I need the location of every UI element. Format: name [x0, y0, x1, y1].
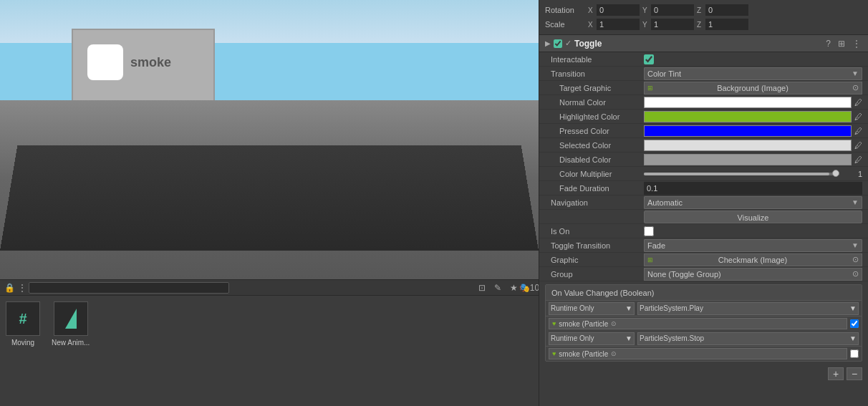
search-input[interactable] — [29, 282, 229, 294]
is-on-label: Is On — [551, 227, 644, 236]
dots-icon: ⋮ — [18, 283, 26, 293]
toggle-transition-dropdown[interactable]: Fade ▼ — [644, 239, 862, 252]
help-icon-button[interactable]: ? — [824, 39, 832, 49]
transition-label: Transition — [551, 69, 644, 78]
smoke-icon-2: ♥ — [552, 350, 556, 357]
pencil-icon: ✎ — [494, 283, 501, 293]
slider-thumb — [832, 170, 839, 177]
rotation-z-axis: Z — [697, 6, 704, 14]
scale-x-axis: X — [588, 21, 595, 29]
asset-item-moving[interactable]: # Moving — [6, 301, 40, 347]
add-event-button[interactable]: + — [828, 367, 844, 380]
scale-x-field: X — [588, 19, 640, 30]
normal-color-label: Normal Color — [551, 98, 644, 107]
graphic-select-icon[interactable]: ⊙ — [852, 255, 859, 264]
navigation-label: Navigation — [551, 198, 644, 207]
func-dropdown-arrow-1: ▼ — [849, 304, 857, 312]
func-dropdown-2[interactable]: ParticleSystem.Stop ▼ — [637, 332, 859, 345]
pencil-icon-button[interactable]: ✎ — [491, 281, 504, 294]
asset-item-new-anim[interactable]: New Anim... — [52, 301, 90, 347]
event-object-row-1: ♥ smoke (Particle ⊙ — [546, 316, 862, 331]
graphic-ref[interactable]: ⊞ Checkmark (Image) ⊙ — [644, 253, 862, 266]
disabled-color-swatch[interactable] — [644, 154, 852, 165]
graphic-value: Checkmark (Image) — [718, 256, 788, 264]
selected-color-label: Selected Color — [551, 141, 644, 150]
toggle-transition-label: Toggle Transition — [551, 241, 644, 250]
more-icon-button[interactable]: ⋮ — [851, 39, 862, 49]
selected-color-eyedropper[interactable]: 🖊 — [854, 141, 862, 150]
highlighted-color-eyedropper[interactable]: 🖊 — [854, 112, 862, 121]
lock-icon-button[interactable]: 🔒 — [3, 281, 16, 294]
transition-row: Transition Color Tint ▼ — [539, 67, 868, 81]
is-on-checkbox[interactable] — [644, 226, 654, 236]
rotation-x-axis: X — [588, 6, 595, 14]
rotation-x-input[interactable] — [597, 4, 640, 16]
graphic-row: Graphic ⊞ Checkmark (Image) ⊙ — [539, 253, 868, 267]
remove-event-button[interactable]: − — [847, 367, 862, 380]
visualize-button[interactable]: Visualize — [644, 211, 862, 223]
navigation-row: Navigation Automatic ▼ — [539, 195, 868, 210]
interactable-checkbox[interactable] — [644, 54, 654, 64]
layers-icon-button[interactable]: 🎭 10 — [523, 281, 536, 294]
highlighted-color-swatch[interactable] — [644, 111, 852, 122]
dropdown-arrow-1: ▼ — [625, 304, 632, 312]
disabled-color-eyedropper[interactable]: 🖊 — [854, 155, 862, 164]
selected-color-container: 🖊 — [644, 140, 862, 151]
normal-color-swatch[interactable] — [644, 97, 852, 108]
smoke-particle-ref-2[interactable]: ♥ smoke (Particle ⊙ — [549, 348, 847, 359]
group-select-icon[interactable]: ⊙ — [852, 269, 859, 279]
sign-white-box — [87, 44, 123, 80]
func-2-value: ParticleSystem.Stop — [640, 334, 704, 342]
new-anim-icon — [54, 301, 88, 336]
preset-icon-button[interactable]: ⊞ — [836, 39, 847, 49]
bookmark-icon-button[interactable]: ⊡ — [476, 281, 488, 294]
rotation-y-axis: Y — [642, 6, 650, 14]
scale-x-input[interactable] — [597, 19, 640, 30]
pressed-color-eyedropper[interactable]: 🖊 — [854, 127, 862, 135]
scene-view[interactable]: smoke — [0, 0, 539, 294]
rotation-y-input[interactable] — [651, 4, 694, 16]
target-graphic-select-icon[interactable]: ⊙ — [852, 83, 859, 92]
transition-value: Color Tint — [647, 69, 681, 78]
smoke-icon-1: ♥ — [552, 320, 556, 327]
pressed-color-label: Pressed Color — [551, 127, 644, 135]
rotation-z-field: Z — [697, 4, 748, 16]
smoke-particle-ref-1[interactable]: ♥ smoke (Particle ⊙ — [549, 318, 847, 329]
menu-dots-button[interactable]: ⋮ — [16, 281, 29, 294]
interactable-label: Interactable — [551, 55, 644, 64]
scale-y-input[interactable] — [651, 19, 694, 30]
pressed-color-row: Pressed Color 🖊 — [539, 124, 868, 138]
scale-row: Scale X Y Z — [545, 17, 862, 32]
rotation-z-input[interactable] — [705, 4, 748, 16]
normal-color-eyedropper[interactable]: 🖊 — [854, 98, 862, 107]
runtime-only-2-value: Runtime Only — [551, 334, 594, 342]
transition-dropdown[interactable]: Color Tint ▼ — [644, 67, 862, 80]
fade-duration-input[interactable] — [644, 182, 862, 195]
func-dropdown-1[interactable]: ParticleSystem.Play ▼ — [637, 302, 859, 315]
on-value-changed-label: On Value Changed (Boolean) — [551, 289, 655, 297]
smoke-particle-2-value: smoke (Particle — [559, 350, 608, 358]
color-multiplier-label: Color Multiplier — [551, 170, 644, 178]
group-ref[interactable]: None (Toggle Group) ⊙ — [644, 268, 862, 281]
scale-z-input[interactable] — [705, 19, 748, 30]
navigation-dropdown[interactable]: Automatic ▼ — [644, 196, 862, 209]
navigation-value: Automatic — [647, 198, 683, 207]
component-enable-checkbox[interactable] — [554, 39, 562, 48]
target-graphic-ref[interactable]: ⊞ Background (Image) ⊙ — [644, 82, 862, 95]
pressed-color-swatch[interactable] — [644, 125, 852, 137]
event-1-checkbox[interactable] — [850, 319, 859, 328]
runtime-only-dropdown-1[interactable]: Runtime Only ▼ — [549, 302, 635, 315]
runtime-only-dropdown-2[interactable]: Runtime Only ▼ — [549, 332, 635, 345]
asset-panel: # Moving New Anim... — [0, 295, 539, 406]
fade-duration-label: Fade Duration — [551, 184, 644, 193]
viewport-panel: smoke 🔒 ⋮ ⊡ ✎ ★ 🎭 10 — [0, 0, 539, 406]
component-check-icon: ✓ — [565, 39, 572, 48]
fold-arrow-icon[interactable]: ▶ — [545, 39, 551, 47]
star-icon-button[interactable]: ★ — [507, 281, 520, 294]
disabled-color-container: 🖊 — [644, 154, 862, 165]
selected-color-swatch[interactable] — [644, 140, 852, 151]
color-multiplier-track[interactable] — [644, 173, 839, 175]
new-anim-label: New Anim... — [52, 339, 90, 347]
event-2-checkbox[interactable] — [850, 349, 859, 358]
target-graphic-label: Target Graphic — [551, 84, 644, 92]
